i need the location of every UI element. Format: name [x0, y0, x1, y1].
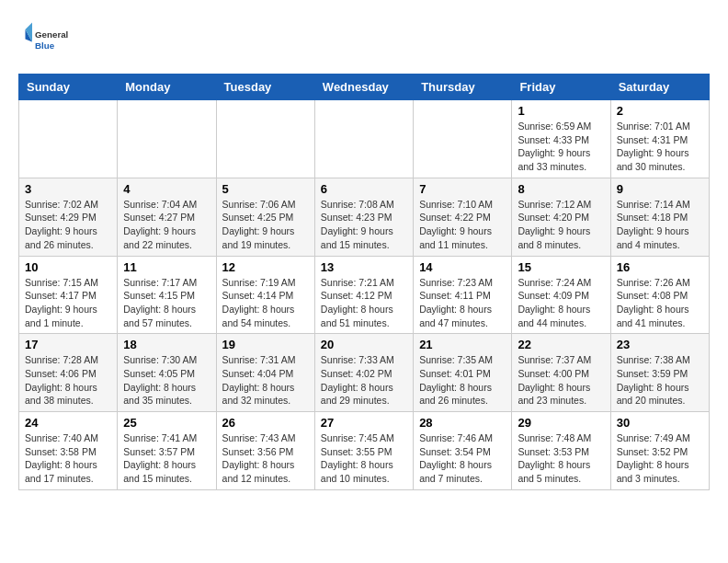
day-info-5: Sunrise: 7:06 AM Sunset: 4:25 PM Dayligh… [222, 198, 309, 252]
day-number-19: 19 [222, 338, 309, 351]
day-number-29: 29 [518, 416, 604, 430]
day-cell-1: 1Sunrise: 6:59 AM Sunset: 4:33 PM Daylig… [512, 100, 610, 178]
svg-text:Blue: Blue [35, 40, 55, 51]
day-number-7: 7 [419, 182, 506, 196]
day-number-15: 15 [518, 260, 604, 274]
day-number-26: 26 [222, 416, 309, 430]
day-info-21: Sunrise: 7:35 AM Sunset: 4:01 PM Dayligh… [419, 353, 506, 408]
day-info-17: Sunrise: 7:28 AM Sunset: 4:06 PM Dayligh… [25, 353, 111, 408]
day-info-29: Sunrise: 7:48 AM Sunset: 3:53 PM Dayligh… [518, 431, 604, 486]
weekday-wednesday: Wednesday [314, 75, 413, 100]
day-number-27: 27 [321, 416, 407, 430]
empty-cell [314, 100, 413, 178]
day-cell-5: 5Sunrise: 7:06 AM Sunset: 4:25 PM Daylig… [216, 178, 314, 256]
empty-cell [216, 100, 314, 178]
day-cell-27: 27Sunrise: 7:45 AM Sunset: 3:55 PM Dayli… [314, 412, 413, 490]
day-cell-24: 24Sunrise: 7:40 AM Sunset: 3:58 PM Dayli… [19, 412, 118, 490]
day-number-12: 12 [222, 260, 309, 274]
day-info-11: Sunrise: 7:17 AM Sunset: 4:15 PM Dayligh… [123, 276, 210, 330]
logo-svg: General Blue [18, 18, 74, 64]
day-cell-2: 2Sunrise: 7:01 AM Sunset: 4:31 PM Daylig… [610, 100, 709, 178]
day-number-16: 16 [617, 260, 703, 274]
day-info-28: Sunrise: 7:46 AM Sunset: 3:54 PM Dayligh… [419, 431, 506, 486]
weekday-tuesday: Tuesday [216, 75, 314, 100]
day-cell-7: 7Sunrise: 7:10 AM Sunset: 4:22 PM Daylig… [414, 178, 512, 256]
day-number-25: 25 [123, 416, 210, 430]
day-info-18: Sunrise: 7:30 AM Sunset: 4:05 PM Dayligh… [123, 353, 210, 408]
day-info-10: Sunrise: 7:15 AM Sunset: 4:17 PM Dayligh… [25, 276, 111, 330]
day-info-3: Sunrise: 7:02 AM Sunset: 4:29 PM Dayligh… [25, 198, 111, 252]
day-info-4: Sunrise: 7:04 AM Sunset: 4:27 PM Dayligh… [123, 198, 210, 252]
day-info-13: Sunrise: 7:21 AM Sunset: 4:12 PM Dayligh… [321, 276, 407, 330]
day-cell-17: 17Sunrise: 7:28 AM Sunset: 4:06 PM Dayli… [19, 334, 118, 412]
day-cell-21: 21Sunrise: 7:35 AM Sunset: 4:01 PM Dayli… [414, 334, 512, 412]
weekday-monday: Monday [118, 75, 216, 100]
week-row-3: 10Sunrise: 7:15 AM Sunset: 4:17 PM Dayli… [19, 256, 710, 334]
day-info-26: Sunrise: 7:43 AM Sunset: 3:56 PM Dayligh… [222, 431, 309, 486]
week-row-4: 17Sunrise: 7:28 AM Sunset: 4:06 PM Dayli… [19, 334, 710, 412]
day-cell-28: 28Sunrise: 7:46 AM Sunset: 3:54 PM Dayli… [414, 412, 512, 490]
day-info-24: Sunrise: 7:40 AM Sunset: 3:58 PM Dayligh… [25, 431, 111, 486]
day-number-14: 14 [419, 260, 506, 274]
day-info-23: Sunrise: 7:38 AM Sunset: 3:59 PM Dayligh… [617, 353, 703, 408]
day-cell-19: 19Sunrise: 7:31 AM Sunset: 4:04 PM Dayli… [216, 334, 314, 412]
day-info-25: Sunrise: 7:41 AM Sunset: 3:57 PM Dayligh… [123, 431, 210, 486]
day-cell-22: 22Sunrise: 7:37 AM Sunset: 4:00 PM Dayli… [512, 334, 610, 412]
weekday-saturday: Saturday [610, 75, 709, 100]
day-info-27: Sunrise: 7:45 AM Sunset: 3:55 PM Dayligh… [321, 431, 407, 486]
day-number-20: 20 [321, 338, 407, 351]
day-number-24: 24 [25, 416, 111, 430]
day-info-6: Sunrise: 7:08 AM Sunset: 4:23 PM Dayligh… [321, 198, 407, 252]
day-cell-12: 12Sunrise: 7:19 AM Sunset: 4:14 PM Dayli… [216, 256, 314, 334]
day-cell-14: 14Sunrise: 7:23 AM Sunset: 4:11 PM Dayli… [414, 256, 512, 334]
day-number-5: 5 [222, 182, 309, 196]
day-number-11: 11 [123, 260, 210, 274]
day-info-1: Sunrise: 6:59 AM Sunset: 4:33 PM Dayligh… [518, 120, 604, 174]
day-number-30: 30 [617, 416, 703, 430]
empty-cell [414, 100, 512, 178]
day-info-7: Sunrise: 7:10 AM Sunset: 4:22 PM Dayligh… [419, 198, 506, 252]
day-cell-4: 4Sunrise: 7:04 AM Sunset: 4:27 PM Daylig… [118, 178, 216, 256]
day-number-9: 9 [617, 182, 703, 196]
day-cell-3: 3Sunrise: 7:02 AM Sunset: 4:29 PM Daylig… [19, 178, 118, 256]
day-number-18: 18 [123, 338, 210, 351]
weekday-thursday: Thursday [414, 75, 512, 100]
day-number-22: 22 [518, 338, 604, 351]
day-number-21: 21 [419, 338, 506, 351]
svg-text:General: General [35, 29, 69, 40]
weekday-header-row: SundayMondayTuesdayWednesdayThursdayFrid… [19, 75, 710, 100]
day-number-23: 23 [617, 338, 703, 351]
day-info-12: Sunrise: 7:19 AM Sunset: 4:14 PM Dayligh… [222, 276, 309, 330]
day-info-14: Sunrise: 7:23 AM Sunset: 4:11 PM Dayligh… [419, 276, 506, 330]
week-row-1: 1Sunrise: 6:59 AM Sunset: 4:33 PM Daylig… [19, 100, 710, 178]
day-info-15: Sunrise: 7:24 AM Sunset: 4:09 PM Dayligh… [518, 276, 604, 330]
weekday-friday: Friday [512, 75, 610, 100]
day-info-19: Sunrise: 7:31 AM Sunset: 4:04 PM Dayligh… [222, 353, 309, 408]
day-number-3: 3 [25, 182, 111, 196]
day-cell-13: 13Sunrise: 7:21 AM Sunset: 4:12 PM Dayli… [314, 256, 413, 334]
day-number-10: 10 [25, 260, 111, 274]
day-cell-20: 20Sunrise: 7:33 AM Sunset: 4:02 PM Dayli… [314, 334, 413, 412]
day-cell-8: 8Sunrise: 7:12 AM Sunset: 4:20 PM Daylig… [512, 178, 610, 256]
day-info-9: Sunrise: 7:14 AM Sunset: 4:18 PM Dayligh… [617, 198, 703, 252]
day-info-2: Sunrise: 7:01 AM Sunset: 4:31 PM Dayligh… [617, 120, 703, 174]
day-cell-26: 26Sunrise: 7:43 AM Sunset: 3:56 PM Dayli… [216, 412, 314, 490]
day-info-8: Sunrise: 7:12 AM Sunset: 4:20 PM Dayligh… [518, 198, 604, 252]
day-number-28: 28 [419, 416, 506, 430]
day-number-2: 2 [617, 104, 703, 118]
day-cell-16: 16Sunrise: 7:26 AM Sunset: 4:08 PM Dayli… [610, 256, 709, 334]
day-number-6: 6 [321, 182, 407, 196]
logo: General Blue [18, 18, 74, 64]
day-info-16: Sunrise: 7:26 AM Sunset: 4:08 PM Dayligh… [617, 276, 703, 330]
day-info-30: Sunrise: 7:49 AM Sunset: 3:52 PM Dayligh… [617, 431, 703, 486]
day-cell-29: 29Sunrise: 7:48 AM Sunset: 3:53 PM Dayli… [512, 412, 610, 490]
day-cell-23: 23Sunrise: 7:38 AM Sunset: 3:59 PM Dayli… [610, 334, 709, 412]
week-row-5: 24Sunrise: 7:40 AM Sunset: 3:58 PM Dayli… [19, 412, 710, 490]
day-info-22: Sunrise: 7:37 AM Sunset: 4:00 PM Dayligh… [518, 353, 604, 408]
day-cell-9: 9Sunrise: 7:14 AM Sunset: 4:18 PM Daylig… [610, 178, 709, 256]
day-info-20: Sunrise: 7:33 AM Sunset: 4:02 PM Dayligh… [321, 353, 407, 408]
day-cell-11: 11Sunrise: 7:17 AM Sunset: 4:15 PM Dayli… [118, 256, 216, 334]
page-header: General Blue [18, 18, 710, 64]
day-number-13: 13 [321, 260, 407, 274]
day-number-1: 1 [518, 104, 604, 118]
